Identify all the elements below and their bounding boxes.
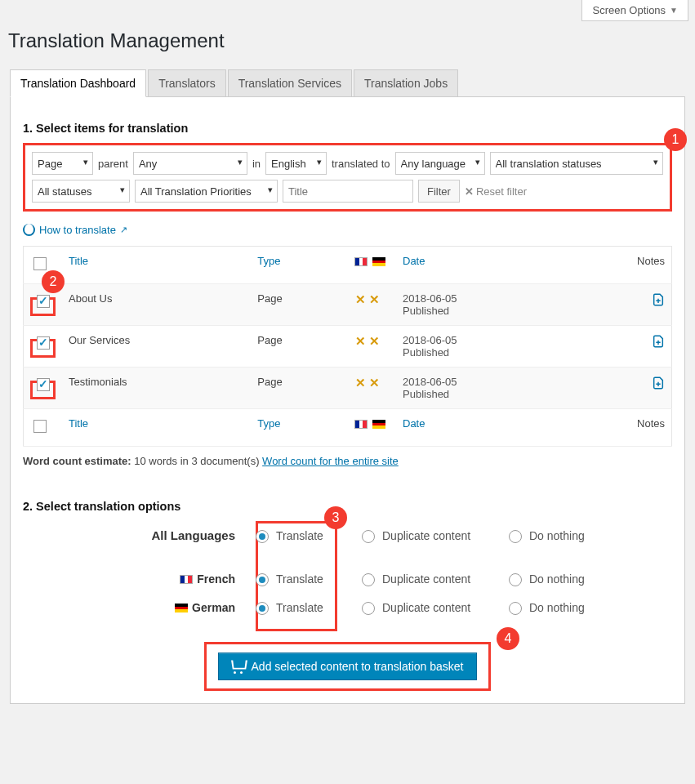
page-title: Translation Management bbox=[8, 29, 695, 52]
fr-nothing-radio[interactable] bbox=[509, 573, 522, 586]
flag-de-icon bbox=[372, 257, 385, 266]
col-notes[interactable]: Notes bbox=[567, 247, 671, 284]
filter-parent-select[interactable]: Any bbox=[133, 152, 247, 175]
translate-label: Translate bbox=[276, 601, 323, 614]
filter-box: Page parent Any in English translated to… bbox=[23, 143, 672, 212]
translate-label: Translate bbox=[276, 529, 323, 542]
filter-type-select[interactable]: Page bbox=[32, 152, 93, 175]
duplicate-label: Duplicate content bbox=[382, 572, 470, 586]
filter-lang-from-select[interactable]: English bbox=[265, 152, 327, 175]
de-duplicate-radio[interactable] bbox=[362, 602, 375, 615]
duplicate-label: Duplicate content bbox=[382, 529, 470, 542]
filter-lang-to-select[interactable]: Any language bbox=[395, 152, 485, 175]
reset-filter-label: Reset filter bbox=[476, 185, 527, 198]
tabs: Translation Dashboard Translators Transl… bbox=[10, 69, 695, 96]
duplicate-label: Duplicate content bbox=[382, 601, 470, 614]
fr-duplicate-radio[interactable] bbox=[362, 573, 375, 586]
tab-translators[interactable]: Translators bbox=[148, 69, 226, 97]
row-checkbox[interactable] bbox=[37, 378, 50, 391]
note-add-icon[interactable] bbox=[652, 292, 665, 307]
row-status: Published bbox=[403, 346, 449, 359]
filter-button[interactable]: Filter bbox=[418, 180, 460, 203]
row-checkbox[interactable] bbox=[37, 336, 50, 350]
word-count-text: 10 words in 3 document(s) bbox=[134, 455, 259, 467]
word-count: Word count estimate: 10 words in 3 docum… bbox=[23, 455, 672, 467]
row-date: 2018-06-05 bbox=[403, 292, 457, 305]
row-type: Page bbox=[251, 326, 347, 368]
in-label: in bbox=[252, 158, 261, 170]
row-title: About Us bbox=[62, 284, 251, 326]
word-count-label: Word count estimate: bbox=[23, 455, 131, 467]
row-status: Published bbox=[403, 388, 449, 400]
status-fr-icon[interactable]: ✕ bbox=[355, 376, 366, 390]
status-fr-icon[interactable]: ✕ bbox=[355, 334, 366, 348]
flag-de-icon bbox=[372, 420, 385, 429]
filter-title-input[interactable] bbox=[283, 180, 413, 203]
add-to-basket-button[interactable]: Add selected content to translation bask… bbox=[218, 653, 478, 680]
all-languages-label: All Languages bbox=[23, 528, 252, 542]
french-label: French bbox=[197, 572, 235, 586]
status-de-icon[interactable]: ✕ bbox=[369, 334, 380, 348]
nothing-label: Do nothing bbox=[529, 601, 585, 614]
col-flags bbox=[347, 247, 396, 284]
main-panel: 1. Select items for translation 1 Page p… bbox=[10, 96, 685, 704]
row-title: Our Services bbox=[62, 326, 251, 368]
row-date: 2018-06-05 bbox=[403, 334, 457, 346]
how-to-translate-link[interactable]: How to translate ↗ bbox=[23, 224, 672, 236]
table-row: Our Services Page ✕✕ 2018-06-05Published bbox=[24, 326, 672, 368]
note-add-icon[interactable] bbox=[652, 334, 665, 349]
col-title[interactable]: Title bbox=[62, 247, 251, 284]
filter-translation-status-select[interactable]: All translation statuses bbox=[490, 152, 663, 175]
external-link-icon: ↗ bbox=[120, 225, 127, 235]
col-type-footer[interactable]: Type bbox=[251, 409, 347, 447]
cart-icon bbox=[232, 661, 245, 672]
tab-translation-dashboard[interactable]: Translation Dashboard bbox=[10, 69, 146, 97]
col-date[interactable]: Date bbox=[396, 247, 567, 284]
chevron-down-icon: ▼ bbox=[670, 6, 678, 15]
how-to-translate-label: How to translate bbox=[39, 224, 116, 236]
status-de-icon[interactable]: ✕ bbox=[369, 292, 380, 306]
items-table: Title Type Date Notes About Us Page ✕✕ bbox=[23, 246, 672, 447]
de-nothing-radio[interactable] bbox=[509, 602, 522, 615]
filter-status-select[interactable]: All statuses bbox=[32, 180, 130, 203]
all-nothing-radio[interactable] bbox=[509, 530, 522, 543]
col-notes-footer[interactable]: Notes bbox=[567, 409, 671, 447]
col-date-footer[interactable]: Date bbox=[396, 409, 567, 447]
col-title-footer[interactable]: Title bbox=[62, 409, 251, 447]
annotation-4: 4 bbox=[497, 627, 519, 650]
row-title: Testimonials bbox=[62, 368, 251, 409]
status-fr-icon[interactable]: ✕ bbox=[355, 292, 366, 306]
table-row: About Us Page ✕✕ 2018-06-05Published bbox=[24, 284, 672, 326]
translate-label: Translate bbox=[276, 572, 323, 586]
fr-translate-radio[interactable] bbox=[256, 573, 269, 586]
status-de-icon[interactable]: ✕ bbox=[369, 376, 380, 390]
row-checkbox[interactable] bbox=[37, 295, 50, 308]
reset-filter-link[interactable]: ✕ Reset filter bbox=[465, 185, 527, 198]
word-count-link[interactable]: Word count for the entire site bbox=[262, 455, 399, 467]
section-1-title: 1. Select items for translation bbox=[23, 122, 672, 135]
tab-translation-jobs[interactable]: Translation Jobs bbox=[354, 69, 458, 97]
section-2-title: 2. Select translation options bbox=[23, 500, 672, 513]
note-add-icon[interactable] bbox=[652, 376, 665, 390]
select-all-footer-checkbox[interactable] bbox=[33, 420, 47, 433]
screen-options-label: Screen Options bbox=[592, 4, 666, 16]
nothing-label: Do nothing bbox=[529, 572, 585, 586]
row-type: Page bbox=[251, 368, 347, 409]
tab-translation-services[interactable]: Translation Services bbox=[228, 69, 352, 97]
nothing-label: Do nothing bbox=[529, 529, 585, 542]
flag-fr-icon bbox=[180, 575, 193, 584]
select-all-checkbox[interactable] bbox=[33, 257, 47, 270]
help-icon bbox=[23, 224, 35, 236]
all-duplicate-radio[interactable] bbox=[362, 530, 375, 543]
de-translate-radio[interactable] bbox=[256, 602, 269, 615]
table-row: Testimonials Page ✕✕ 2018-06-05Published bbox=[24, 368, 672, 409]
flag-de-icon bbox=[175, 604, 188, 612]
close-icon: ✕ bbox=[465, 185, 474, 198]
col-type[interactable]: Type bbox=[251, 247, 347, 284]
screen-options-button[interactable]: Screen Options ▼ bbox=[581, 0, 688, 21]
filter-priority-select[interactable]: All Translation Priorities bbox=[135, 180, 278, 203]
german-label: German bbox=[192, 601, 235, 614]
flag-fr-icon bbox=[354, 420, 368, 429]
annotation-1: 1 bbox=[664, 128, 687, 151]
all-translate-radio[interactable] bbox=[256, 530, 269, 543]
